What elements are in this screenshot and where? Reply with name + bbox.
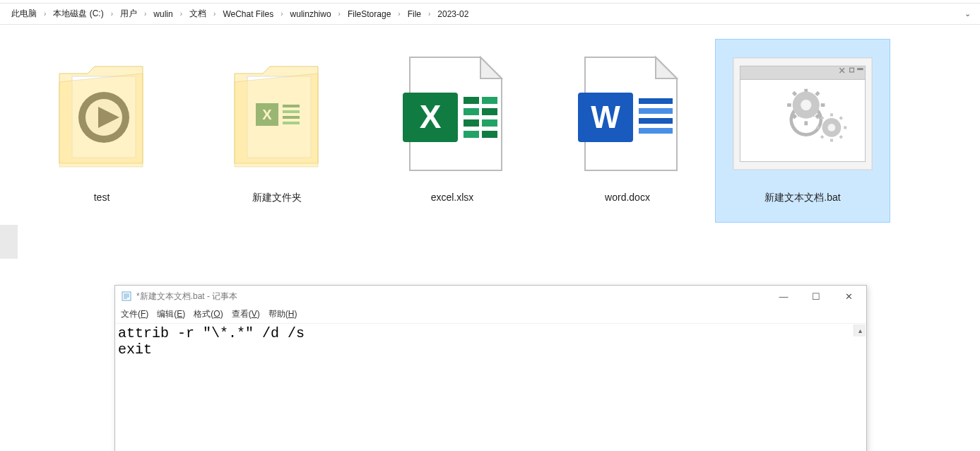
breadcrumb-item[interactable]: 用户	[117, 6, 140, 21]
svg-rect-15	[464, 108, 479, 115]
folder-files-icon: X	[206, 43, 348, 184]
svg-rect-20	[482, 131, 497, 138]
notepad-textarea[interactable]: attrib -r "\*.*" /d /s exit	[115, 324, 866, 451]
file-item[interactable]: W word.docx	[540, 39, 715, 223]
breadcrumb-item[interactable]: 2023-02	[435, 8, 471, 20]
breadcrumb-separator[interactable]: ›	[395, 10, 403, 18]
minimize-button[interactable]: ―	[767, 286, 800, 307]
side-stub	[0, 225, 18, 259]
breadcrumb-separator[interactable]: ›	[141, 10, 149, 18]
file-label: test	[94, 192, 110, 203]
address-bar: 此电脑›本地磁盘 (C:)›用户›wulin›文档›WeChat Files›w…	[0, 4, 980, 25]
word-icon: W	[557, 43, 698, 184]
file-label: 新建文件夹	[252, 192, 302, 204]
notepad-window: *新建文本文档.bat - 记事本 ― ☐ ✕ 文件(F) 编辑(E) 格式(O…	[114, 285, 867, 451]
file-label: excel.xlsx	[431, 192, 474, 203]
svg-point-37	[828, 124, 836, 131]
svg-rect-19	[464, 131, 479, 138]
file-item[interactable]: X 新建文件夹	[189, 39, 365, 223]
svg-rect-28	[740, 66, 865, 79]
notepad-icon	[121, 291, 132, 302]
folder-media-icon	[31, 43, 172, 184]
excel-icon: X	[382, 43, 523, 184]
breadcrumb-separator[interactable]: ›	[177, 10, 185, 18]
menu-view[interactable]: 查看(V)	[232, 308, 260, 320]
menu-format[interactable]: 格式(O)	[194, 308, 223, 320]
breadcrumb-separator[interactable]: ›	[211, 10, 218, 18]
svg-rect-14	[482, 97, 497, 104]
svg-rect-18	[482, 119, 497, 127]
notepad-title: *新建文本文档.bat - 记事本	[136, 291, 767, 303]
breadcrumb-separator[interactable]: ›	[41, 10, 49, 18]
breadcrumb-item[interactable]: 文档	[187, 6, 209, 21]
breadcrumb[interactable]: 此电脑›本地磁盘 (C:)›用户›wulin›文档›WeChat Files›w…	[6, 6, 960, 21]
file-item[interactable]: 新建文本文档.bat	[715, 39, 890, 223]
notepad-menubar: 文件(F) 编辑(E) 格式(O) 查看(V) 帮助(H)	[115, 307, 866, 324]
file-label: word.docx	[605, 192, 650, 203]
close-button[interactable]: ✕	[832, 286, 865, 307]
scroll-up-button[interactable]: ▴	[854, 324, 866, 336]
breadcrumb-separator[interactable]: ›	[108, 10, 116, 18]
menu-help[interactable]: 帮助(H)	[268, 308, 297, 320]
svg-rect-23	[639, 98, 673, 104]
breadcrumb-item[interactable]: wulinzhiwo	[288, 8, 334, 20]
file-item[interactable]: X excel.xlsx	[365, 39, 540, 223]
bat-icon	[732, 43, 873, 184]
file-label: 新建文本文档.bat	[764, 192, 840, 204]
svg-text:W: W	[591, 100, 620, 134]
maximize-button[interactable]: ☐	[800, 286, 832, 307]
svg-rect-24	[639, 108, 673, 114]
breadcrumb-item[interactable]: 本地磁盘 (C:)	[50, 6, 106, 21]
menu-file[interactable]: 文件(F)	[121, 308, 148, 320]
svg-rect-38	[122, 292, 131, 300]
breadcrumb-separator[interactable]: ›	[278, 10, 285, 18]
breadcrumb-item[interactable]: File	[405, 8, 424, 20]
svg-text:X: X	[420, 98, 442, 135]
breadcrumb-separator[interactable]: ›	[425, 10, 433, 18]
svg-rect-33	[740, 79, 865, 161]
breadcrumb-item[interactable]: wulin	[150, 8, 175, 20]
file-item[interactable]: test	[14, 39, 189, 223]
menu-edit[interactable]: 编辑(E)	[157, 308, 185, 320]
notepad-titlebar[interactable]: *新建文本文档.bat - 记事本 ― ☐ ✕	[115, 286, 866, 307]
breadcrumb-item[interactable]: 此电脑	[8, 6, 40, 21]
svg-point-35	[801, 100, 811, 110]
file-grid: test X 新建文件夹 X excel.xlsx W word.d	[0, 25, 980, 223]
breadcrumb-item[interactable]: WeChat Files	[220, 8, 276, 20]
svg-rect-13	[464, 97, 479, 104]
svg-rect-16	[482, 108, 497, 115]
chevron-down-icon[interactable]: ⌄	[960, 9, 974, 18]
content-area: test X 新建文件夹 X excel.xlsx W word.d	[0, 25, 980, 451]
breadcrumb-item[interactable]: FileStorage	[345, 8, 394, 20]
svg-rect-25	[639, 118, 673, 124]
svg-rect-29	[857, 68, 863, 70]
breadcrumb-separator[interactable]: ›	[336, 10, 343, 18]
svg-rect-26	[639, 128, 673, 134]
svg-rect-17	[464, 119, 479, 127]
